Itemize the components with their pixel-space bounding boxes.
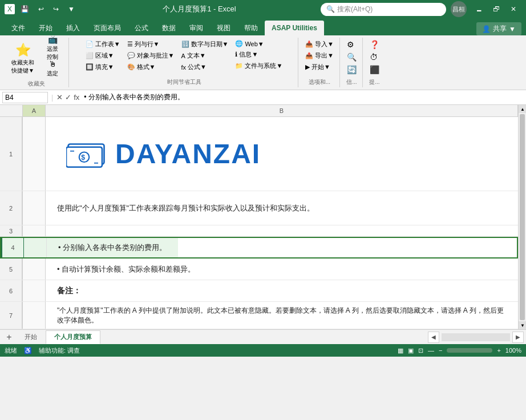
cell-reference[interactable]: B4 (2, 92, 48, 103)
col-header-a[interactable]: A (23, 105, 46, 116)
sheet-scroll-bar[interactable] (442, 333, 510, 341)
user-avatar[interactable]: 昌桓 (451, 1, 467, 17)
desc-text-content: 使用此"个人月度预算"工作表来跟踪每月预计和实际收入以及预计和实际支出。 (57, 203, 314, 213)
timesaver-col2: ☰ 列与行▼ 💬 对象与批注▼ 🎨 格式▼ (125, 39, 177, 72)
redo-button[interactable]: ↪ (50, 4, 62, 14)
minimize-button[interactable]: 🗕 (471, 1, 487, 17)
format-btn[interactable]: 🎨 格式▼ (125, 62, 177, 72)
row-num-5: 5 (0, 259, 23, 280)
worksheet-btn[interactable]: 📄 工作表▼ (83, 39, 123, 50)
share-label: 共享 (493, 24, 507, 34)
share-button[interactable]: 👤 共享 ▼ (476, 22, 521, 35)
title-bar: X 💾 ↩ ↪ ▼ 个人月度预算1 - Excel 🔍 搜索(Alt+Q) 昌桓… (0, 0, 526, 18)
number-label: 数字与日期▼ (191, 40, 229, 49)
bullet-text-1: • 分别输入各表中各类别的费用。 (58, 243, 167, 253)
tab-formula[interactable]: 公式 (128, 21, 155, 35)
area-btn[interactable]: ⬜ 区域▼ (83, 50, 123, 61)
zoom-out-icon[interactable]: − (439, 347, 442, 354)
close-button[interactable]: ✕ (505, 1, 521, 17)
search-box[interactable]: 🔍 搜索(Alt+Q) (321, 3, 446, 16)
info-btn[interactable]: ℹ 信息▼ (233, 49, 285, 60)
select-btn[interactable]: 🖱 选定 (40, 59, 65, 78)
text-icon: A (181, 52, 185, 59)
confirm-formula-icon[interactable]: ✓ (65, 93, 71, 102)
options-group-label: 选项和... (309, 78, 330, 86)
grid-row-4: 4 • 分别输入各表中各类别的费用。 (0, 237, 518, 259)
remote-control-btn[interactable]: 📺 远景控制 (40, 39, 65, 57)
undo-button[interactable]: ↩ (35, 4, 47, 14)
note-text-content: "个人月度预算"工作表的 A 列中提供了附加说明。此文本已被有意隐藏。若要删除文… (57, 306, 507, 325)
tab-home[interactable]: 开始 (32, 21, 59, 35)
import-btn[interactable]: 📥 导入▼ (303, 39, 336, 50)
cell-b3 (46, 225, 518, 236)
sheet-scroll-right-btn[interactable]: ▶ (512, 332, 524, 343)
file-system-btn[interactable]: 📁 文件与系统▼ (233, 60, 285, 71)
favorites-icon: ⭐ (15, 43, 31, 58)
start-label: 开始▼ (311, 63, 330, 71)
timer-btn[interactable]: ⏱ (367, 51, 382, 63)
view-normal-icon[interactable]: ▦ (398, 347, 403, 354)
cell-b4[interactable]: • 分别输入各表中各类别的费用。 (47, 238, 178, 257)
export-btn[interactable]: 📤 导出▼ (303, 50, 336, 61)
col-header-b[interactable]: B (46, 105, 518, 116)
tab-view[interactable]: 视图 (210, 21, 237, 35)
accessibility-icon: ♿ (24, 347, 32, 354)
vertical-scrollbar[interactable]: ▲ ▼ (518, 105, 526, 329)
object-btn[interactable]: 💬 对象与批注▼ (125, 50, 177, 61)
web-btn[interactable]: 🌐 Web▼ (233, 39, 285, 49)
ribbon-body: ⭐ 收藏夹和快捷键▼ 📺 远景控制 🖱 选定 收藏夹 📄 工作表 (0, 35, 526, 90)
area-label: 区域▼ (95, 51, 114, 60)
view-layout-icon[interactable]: ▣ (408, 347, 414, 354)
scroll-down-btn[interactable]: ▼ (519, 321, 526, 329)
start-btn[interactable]: ▶ 开始▼ (303, 62, 336, 72)
tab-file[interactable]: 文件 (5, 21, 32, 35)
row-num-7: 7 (0, 302, 23, 329)
favorites-btn[interactable]: ⭐ 收藏夹和快捷键▼ (8, 39, 38, 79)
start-icon: ▶ (305, 63, 310, 71)
customize-qat-button[interactable]: ▼ (64, 4, 78, 14)
cancel-formula-icon[interactable]: ✕ (56, 93, 63, 102)
settings-btn[interactable]: ⚙ (345, 39, 359, 50)
help-content: ❓ ⏱ ⬛ (367, 39, 382, 77)
tab-review[interactable]: 审阅 (183, 21, 210, 35)
tab-data[interactable]: 数据 (155, 21, 183, 35)
spreadsheet-area: A B 1 $ DAYANZAI (0, 105, 526, 329)
text-btn[interactable]: A 文本▼ (179, 50, 231, 61)
refresh-btn[interactable]: 🔄 (345, 64, 359, 75)
row-num-2: 2 (0, 191, 23, 225)
sheet-scroll-left-btn[interactable]: ◀ (428, 332, 439, 343)
save-button[interactable]: 💾 (17, 4, 33, 14)
add-sheet-btn[interactable]: + (2, 330, 16, 344)
question-btn[interactable]: ❓ (367, 39, 382, 50)
sheet-tab-budget[interactable]: 个人月度预算 (46, 330, 100, 344)
tab-insert[interactable]: 插入 (59, 21, 87, 35)
title-bar-left: X 💾 ↩ ↪ ▼ (5, 4, 78, 14)
row-num-1: 1 (0, 117, 23, 191)
view-break-icon[interactable]: ⊡ (418, 347, 423, 354)
more-btn[interactable]: ⬛ (367, 64, 382, 75)
insert-function-icon[interactable]: fx (74, 93, 79, 102)
tab-pagelayout[interactable]: 页面布局 (87, 21, 128, 35)
excel-icon: X (5, 4, 15, 14)
worksheet-icon: 📄 (86, 41, 94, 48)
formula-btn[interactable]: fx 公式▼ (179, 62, 231, 72)
tab-help[interactable]: 帮助 (237, 21, 265, 35)
col-row-btn[interactable]: ☰ 列与行▼ (125, 39, 177, 50)
object-icon: 💬 (127, 52, 135, 59)
grid-row-6: 6 备注： (0, 280, 518, 302)
search-small-btn[interactable]: 🔍 (345, 51, 359, 63)
timesaver-content: 📄 工作表▼ ⬜ 区域▼ 🔲 填充▼ ☰ 列与行▼ 💬 (83, 39, 285, 77)
scroll-up-btn[interactable]: ▲ (519, 105, 526, 113)
number-date-btn[interactable]: 🔢 数字与日期▼ (179, 39, 231, 50)
logo-text: DAYANZAI (115, 138, 261, 169)
sheet-tab-start[interactable]: 开始 (16, 330, 46, 344)
zoom-in-icon[interactable]: + (497, 347, 500, 354)
maximize-button[interactable]: 🗗 (488, 1, 504, 17)
formula-content[interactable]: • 分别输入各表中各类别的费用。 (82, 92, 524, 102)
fill-btn[interactable]: 🔲 填充▼ (83, 62, 123, 72)
scroll-thumb[interactable] (520, 114, 525, 320)
zoom-bar[interactable] (447, 348, 492, 353)
formula-separator: | (50, 94, 54, 102)
tab-asap-utilities[interactable]: ASAP Utilities (265, 21, 324, 35)
export-icon: 📤 (305, 52, 313, 59)
